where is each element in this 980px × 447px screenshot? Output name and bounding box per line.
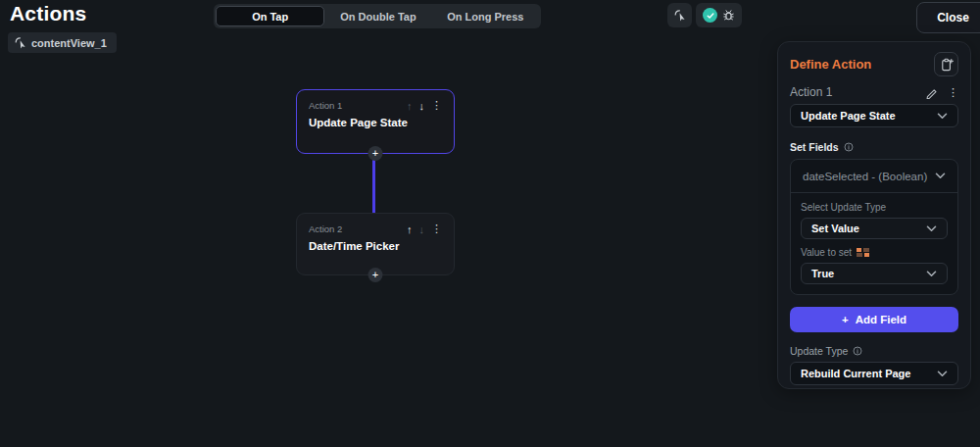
- update-type-section: Update Type: [790, 345, 958, 357]
- validation-status-group: [696, 3, 742, 27]
- chevron-down-icon: [926, 271, 937, 277]
- trigger-tabbar: On Tap On Double Tap On Long Press: [214, 4, 541, 28]
- kebab-menu-icon[interactable]: ⋮: [431, 223, 442, 235]
- chevron-down-icon: [935, 173, 946, 179]
- action-node-2-index: Action 2: [309, 224, 342, 234]
- chevron-down-icon: [937, 113, 948, 120]
- gesture-tap-icon: [673, 9, 686, 22]
- info-icon[interactable]: [844, 142, 854, 152]
- tab-on-double-tap[interactable]: On Double Tap: [324, 6, 431, 26]
- rebuild-type-dropdown[interactable]: Rebuild Current Page: [790, 362, 958, 385]
- move-up-icon: ↑: [407, 100, 413, 112]
- add-action-button-2[interactable]: +: [368, 268, 383, 282]
- rebuild-type-value: Rebuild Current Page: [801, 368, 910, 379]
- close-button[interactable]: Close: [916, 2, 980, 33]
- panel-action-label: Action 1: [790, 85, 832, 99]
- action-node-1[interactable]: Action 1 ↑ ↓ ⋮ Update Page State +: [296, 89, 455, 154]
- gesture-preview-button[interactable]: [667, 3, 692, 27]
- close-button-label: Close: [937, 11, 969, 25]
- action-header-controls: ⋮: [925, 86, 958, 99]
- edit-pencil-icon[interactable]: [925, 86, 938, 99]
- action-type-dropdown[interactable]: Update Page State: [790, 104, 958, 127]
- field-select-value: dateSelected - (Boolean): [803, 171, 927, 182]
- add-field-button[interactable]: + Add Field: [790, 307, 958, 332]
- context-widget-chip[interactable]: contentView_1: [8, 32, 117, 53]
- panel-header: Define Action: [790, 52, 958, 76]
- action-connector-line: [372, 152, 375, 214]
- tab-on-long-press[interactable]: On Long Press: [432, 6, 539, 26]
- value-to-set-row: Value to set: [801, 247, 948, 258]
- check-circle-icon[interactable]: [703, 8, 717, 23]
- action-header-row: Action 1 ⋮: [790, 85, 958, 99]
- add-action-button-1[interactable]: +: [368, 146, 383, 161]
- page-title: Actions: [10, 2, 86, 25]
- value-dropdown[interactable]: True: [801, 263, 948, 284]
- gesture-tap-icon: [14, 36, 26, 49]
- action-node-2-header: Action 2 ↑ ↓ ⋮: [309, 223, 442, 235]
- set-from-variable-icon[interactable]: [857, 248, 869, 257]
- action-node-1-index: Action 1: [309, 100, 342, 111]
- move-up-icon[interactable]: ↑: [407, 224, 413, 235]
- select-update-type-label: Select Update Type: [801, 202, 948, 213]
- plus-icon: +: [842, 314, 849, 325]
- action-node-1-controls: ↑ ↓ ⋮: [407, 99, 442, 112]
- action-node-1-title: Update Page State: [309, 117, 442, 128]
- tab-on-tap[interactable]: On Tap: [216, 6, 324, 26]
- chevron-down-icon: [937, 371, 948, 377]
- kebab-menu-icon[interactable]: ⋮: [948, 86, 958, 99]
- field-select-dropdown[interactable]: dateSelected - (Boolean): [791, 160, 957, 193]
- info-icon[interactable]: [853, 346, 862, 356]
- paste-plus-icon: [940, 58, 954, 72]
- set-fields-section: Set Fields: [790, 141, 958, 153]
- update-type-label: Update Type: [790, 345, 848, 357]
- value-to-set-label: Value to set: [801, 247, 852, 258]
- action-type-value: Update Page State: [801, 110, 896, 122]
- define-action-panel: Define Action Action 1: [777, 41, 971, 389]
- value-dropdown-value: True: [811, 268, 834, 279]
- panel-title: Define Action: [790, 57, 871, 72]
- copy-paste-action-button[interactable]: [934, 52, 958, 76]
- move-down-icon: ↓: [419, 224, 425, 235]
- bug-icon[interactable]: [722, 9, 735, 22]
- action-node-2-title: Date/Time Picker: [309, 240, 442, 252]
- field-config-area: Select Update Type Set Value Value to se…: [791, 193, 957, 294]
- action-node-1-header: Action 1 ↑ ↓ ⋮: [309, 99, 442, 112]
- kebab-menu-icon[interactable]: ⋮: [431, 99, 442, 112]
- context-widget-label: contentView_1: [31, 37, 107, 49]
- set-field-group: dateSelected - (Boolean) Select Update T…: [790, 159, 958, 295]
- move-down-icon[interactable]: ↓: [419, 100, 425, 112]
- update-type-value: Set Value: [811, 223, 859, 234]
- add-field-label: Add Field: [856, 314, 906, 325]
- action-node-2[interactable]: Action 2 ↑ ↓ ⋮ Date/Time Picker +: [296, 213, 455, 275]
- action-node-2-controls: ↑ ↓ ⋮: [407, 223, 442, 235]
- update-type-dropdown[interactable]: Set Value: [801, 218, 948, 239]
- set-fields-label: Set Fields: [790, 141, 839, 153]
- actions-editor: Actions contentView_1 On Tap On Double T…: [0, 0, 980, 447]
- chevron-down-icon: [926, 225, 937, 232]
